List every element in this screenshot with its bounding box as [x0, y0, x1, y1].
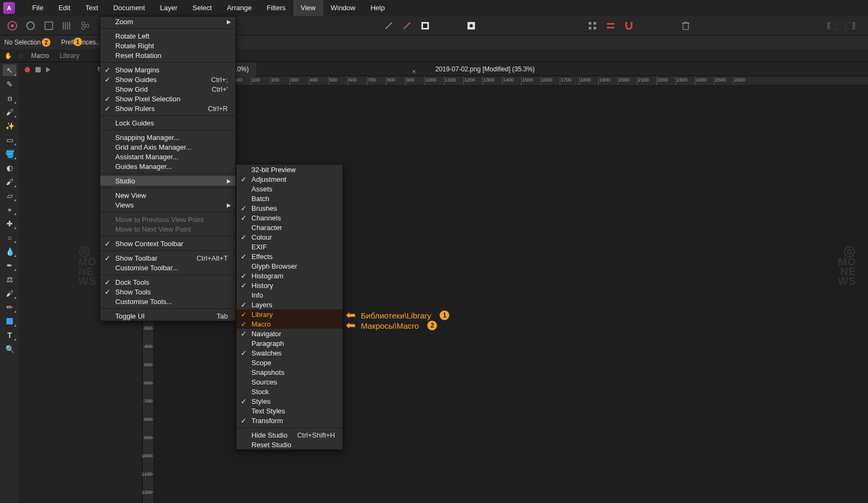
- tab-library[interactable]: Library: [54, 49, 85, 62]
- menubar-item-window[interactable]: Window: [323, 0, 363, 16]
- studio-menu-sources[interactable]: Sources: [236, 377, 343, 387]
- selection-brush-tool[interactable]: 🖌: [3, 106, 17, 118]
- studio-menu-glyph-browser[interactable]: Glyph Browser: [236, 261, 343, 271]
- menubar-item-view[interactable]: View: [293, 0, 323, 16]
- view-menu-assistant-manager-[interactable]: Assistant Manager...: [100, 152, 235, 161]
- view-menu-show-toolbar[interactable]: ✓Show ToolbarCtrl+Alt+T: [100, 253, 235, 263]
- studio-menu-transform[interactable]: ✓Transform: [236, 416, 343, 425]
- crop-guide-icon[interactable]: [418, 19, 432, 33]
- tone-map-persona-icon[interactable]: [60, 19, 74, 33]
- record-button[interactable]: [25, 67, 30, 72]
- crop-tool[interactable]: ⧈: [3, 92, 17, 104]
- menubar-item-layer[interactable]: Layer: [152, 0, 185, 16]
- liquify-persona-icon[interactable]: [24, 19, 38, 33]
- text-tool[interactable]: T: [3, 329, 17, 341]
- studio-menu-paragraph[interactable]: Paragraph: [236, 338, 343, 348]
- menubar-item-text[interactable]: Text: [78, 0, 106, 16]
- studio-menu-batch[interactable]: Batch: [236, 194, 343, 203]
- studio-menu-colour[interactable]: ✓Colour: [236, 232, 343, 242]
- view-menu-guides-manager-[interactable]: Guides Manager...: [100, 161, 235, 171]
- export-persona-icon[interactable]: [78, 19, 92, 33]
- studio-menu-styles[interactable]: ✓Styles: [236, 396, 343, 406]
- pen-tool[interactable]: ✒: [3, 260, 17, 271]
- gradient-tool[interactable]: ◐: [3, 162, 17, 174]
- studio-menu-macro[interactable]: ✓Macro: [236, 319, 343, 329]
- studio-menu-reset-studio[interactable]: Reset Studio: [236, 440, 343, 449]
- dodge-tool[interactable]: ○: [3, 232, 17, 243]
- color-picker-tool[interactable]: ✎: [3, 78, 17, 90]
- studio-menu-library[interactable]: ✓Library: [236, 309, 343, 319]
- view-menu-show-tools[interactable]: ✓Show Tools: [100, 287, 235, 297]
- panel1-icon[interactable]: [825, 19, 839, 33]
- view-menu-customise-toolbar-[interactable]: Customise Toolbar...: [100, 263, 235, 272]
- studio-menu-stock[interactable]: Stock: [236, 387, 343, 396]
- view-menu-show-guides[interactable]: ✓Show GuidesCtrl+;: [100, 75, 235, 84]
- photo-persona-icon[interactable]: [5, 19, 19, 33]
- studio-menu-snapshots[interactable]: Snapshots: [236, 367, 343, 377]
- marquee-tool[interactable]: ▭: [3, 134, 17, 146]
- studio-menu-brushes[interactable]: ✓Brushes: [236, 203, 343, 213]
- develop-persona-icon[interactable]: [42, 19, 56, 33]
- view-menu-reset-rotation[interactable]: Reset Rotation: [100, 50, 235, 60]
- studio-menu-scope[interactable]: Scope: [236, 358, 343, 367]
- studio-menu-layers[interactable]: ✓Layers: [236, 300, 343, 309]
- move-tool[interactable]: ↖: [3, 64, 17, 76]
- rectangle-tool[interactable]: [3, 315, 17, 327]
- studio-menu-hide-studio[interactable]: Hide StudioCtrl+Shift+H: [236, 430, 343, 440]
- studio-menu-assets[interactable]: Assets: [236, 184, 343, 194]
- menubar-item-select[interactable]: Select: [185, 0, 219, 16]
- studio-menu-32-bit-preview[interactable]: 32-bit Preview: [236, 165, 343, 174]
- menubar-item-document[interactable]: Document: [106, 0, 152, 16]
- view-menu-zoom[interactable]: Zoom▶: [100, 17, 235, 26]
- view-menu-new-view[interactable]: New View: [100, 190, 235, 200]
- studio-menu-text-styles[interactable]: Text Styles: [236, 406, 343, 416]
- view-menu-views[interactable]: Views▶: [100, 200, 235, 210]
- view-menu-show-pixel-selection[interactable]: ✓Show Pixel Selection: [100, 94, 235, 103]
- hand-icon[interactable]: ✋: [4, 52, 12, 60]
- diag2-icon[interactable]: [400, 19, 414, 33]
- align-red-icon[interactable]: [604, 19, 618, 33]
- play-button[interactable]: [46, 67, 50, 72]
- view-menu-show-rulers[interactable]: ✓Show RulersCtrl+R: [100, 103, 235, 113]
- paint-mixer-tool[interactable]: 🖌: [3, 287, 17, 299]
- panel2-icon[interactable]: [843, 19, 857, 33]
- menubar-item-arrange[interactable]: Arrange: [219, 0, 259, 16]
- view-menu-grid-and-axis-manager-[interactable]: Grid and Axis Manager...: [100, 142, 235, 152]
- flood-fill-tool[interactable]: 🪣: [3, 148, 17, 160]
- trash-icon[interactable]: [679, 19, 693, 33]
- view-menu-customise-tools-[interactable]: Customise Tools...: [100, 297, 235, 306]
- studio-menu-navigator[interactable]: ✓Navigator: [236, 329, 343, 338]
- tab-macro[interactable]: Macro: [26, 49, 54, 62]
- view-menu-snapping-manager-[interactable]: Snapping Manager...: [100, 132, 235, 142]
- view-menu-dock-tools[interactable]: ✓Dock Tools: [100, 277, 235, 287]
- magic-wand-tool[interactable]: ✨: [3, 120, 17, 132]
- snapping-icon[interactable]: [464, 19, 478, 33]
- studio-menu-history[interactable]: ✓History: [236, 280, 343, 290]
- view-menu-toggle-ui[interactable]: Toggle UITab: [100, 311, 235, 321]
- studio-menu-info[interactable]: Info: [236, 290, 343, 300]
- diag1-icon[interactable]: [382, 19, 396, 33]
- studio-menu-histogram[interactable]: ✓Histogram: [236, 271, 343, 280]
- studio-menu-character[interactable]: Character: [236, 223, 343, 232]
- blur-tool[interactable]: 💧: [3, 246, 17, 257]
- view-menu-show-margins[interactable]: ✓Show Margins: [100, 65, 235, 75]
- erase-tool[interactable]: ▱: [3, 190, 17, 202]
- studio-menu-swatches[interactable]: ✓Swatches: [236, 348, 343, 358]
- view-menu-rotate-left[interactable]: Rotate Left: [100, 31, 235, 41]
- view-menu-show-context-toolbar[interactable]: ✓Show Context Toolbar: [100, 239, 235, 248]
- menubar-item-filters[interactable]: Filters: [259, 0, 293, 16]
- menubar-item-edit[interactable]: Edit: [51, 0, 78, 16]
- doc-tab-2[interactable]: 2019-07-02.png [Modified] (35.3%): [428, 62, 542, 76]
- menubar-item-help[interactable]: Help: [363, 0, 392, 16]
- studio-menu-exif[interactable]: EXIF: [236, 242, 343, 252]
- view-menu-lock-guides[interactable]: Lock Guides: [100, 118, 235, 128]
- zoom-tool[interactable]: 🔍: [3, 343, 17, 355]
- view-menu-show-grid[interactable]: Show GridCtrl+': [100, 84, 235, 94]
- magnet-icon[interactable]: [622, 19, 636, 33]
- view-menu-rotate-right[interactable]: Rotate Right: [100, 41, 235, 50]
- stop-button[interactable]: [35, 67, 41, 72]
- align-grid-icon[interactable]: [585, 19, 599, 33]
- mesh-warp-tool[interactable]: ⚖: [3, 273, 17, 285]
- view-menu-studio[interactable]: Studio▶: [100, 176, 235, 186]
- clone-tool[interactable]: ⌖: [3, 204, 17, 216]
